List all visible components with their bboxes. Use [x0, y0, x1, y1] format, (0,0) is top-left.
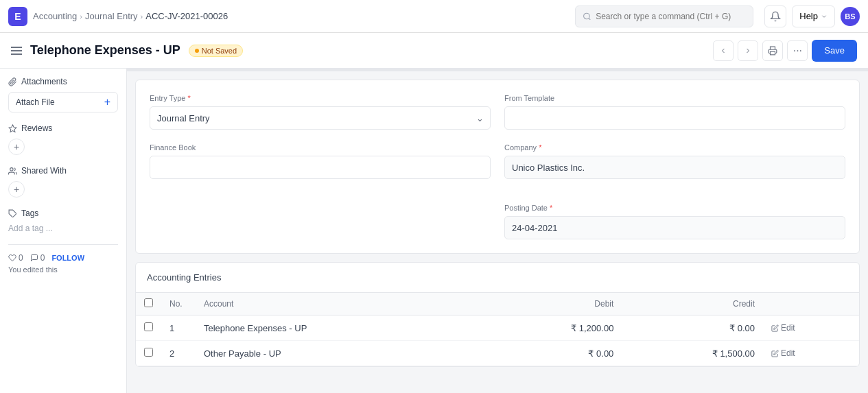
attach-file-button[interactable]: Attach File + — [8, 92, 118, 112]
help-button[interactable]: Help — [792, 5, 835, 27]
table-row: 2 Other Payable - UP ₹ 0.00 ₹ 1,500.00 E… — [136, 341, 859, 366]
sidebar-shared-header[interactable]: Shared With — [8, 166, 118, 176]
app-icon[interactable]: E — [8, 7, 27, 26]
heart-icon — [8, 254, 16, 262]
row2-checkbox[interactable] — [144, 348, 153, 357]
col-account: Account — [196, 293, 481, 315]
company-label: Company * — [504, 143, 845, 152]
sidebar-tags-section: Tags Add a tag ... — [8, 209, 118, 233]
row2-credit: ₹ 1,500.00 — [622, 341, 763, 366]
add-tag-text[interactable]: Add a tag ... — [8, 224, 118, 233]
top-nav: E Accounting › Journal Entry › ACC-JV-20… — [0, 0, 868, 33]
chevron-right-icon — [744, 47, 752, 55]
row1-checkbox[interactable] — [144, 322, 153, 331]
accounting-entries-card: Accounting Entries No. Account Debit Cre… — [135, 262, 860, 367]
row2-debit: ₹ 0.00 — [481, 341, 622, 366]
header-actions: ··· Save — [713, 40, 857, 62]
reviews-label: Reviews — [21, 123, 52, 133]
help-label: Help — [799, 11, 818, 21]
prev-button[interactable] — [713, 40, 734, 61]
svg-rect-1 — [771, 51, 775, 55]
sidebar-tags-header[interactable]: Tags — [8, 209, 118, 218]
table-row: 1 Telephone Expenses - UP ₹ 1,200.00 ₹ 0… — [136, 315, 859, 341]
finance-book-input[interactable] — [150, 156, 491, 179]
more-options-button[interactable]: ··· — [787, 40, 808, 61]
row1-debit: ₹ 1,200.00 — [481, 315, 622, 341]
form-card: Entry Type * Journal Entry ⌄ From Templa… — [135, 80, 860, 254]
chevron-down-icon — [821, 13, 828, 20]
col-no: No. — [161, 293, 196, 315]
printer-icon — [768, 46, 777, 56]
like-section[interactable]: 0 — [8, 253, 23, 263]
add-shared-button[interactable]: + — [8, 181, 25, 198]
col-actions — [763, 293, 859, 315]
row1-edit-cell: Edit — [763, 315, 859, 341]
form-grid: Entry Type * Journal Entry ⌄ From Templa… — [150, 94, 845, 193]
users-icon — [8, 167, 17, 176]
row2-edit-cell: Edit — [763, 341, 859, 366]
not-saved-dot — [195, 49, 199, 53]
nav-right: Help BS — [764, 5, 860, 27]
sidebar-attachments-header[interactable]: Attachments — [8, 77, 118, 86]
form-grid-row2: Posting Date * — [150, 204, 845, 239]
finance-book-group: Finance Book — [150, 143, 491, 179]
row1-edit-button[interactable]: Edit — [771, 323, 851, 333]
chevron-left-icon — [719, 47, 727, 55]
like-count: 0 — [19, 253, 23, 263]
from-template-input[interactable] — [504, 106, 845, 130]
search-input[interactable] — [596, 12, 746, 21]
breadcrumb-sep-2: › — [141, 12, 143, 21]
save-button[interactable]: Save — [812, 40, 857, 62]
next-button[interactable] — [738, 40, 758, 61]
attach-plus-icon: + — [104, 96, 110, 108]
sidebar-reviews-section: Reviews + — [8, 123, 118, 155]
posting-date-input[interactable] — [504, 216, 845, 239]
search-icon — [583, 12, 591, 21]
row2-checkbox-cell — [136, 341, 161, 366]
row1-checkbox-cell — [136, 315, 161, 341]
comment-count: 0 — [40, 253, 45, 263]
col-credit: Credit — [622, 293, 763, 315]
sidebar-footer: 0 0 FOLLOW You edited this — [8, 244, 118, 274]
edit-icon — [771, 324, 779, 332]
sidebar-reviews-header[interactable]: Reviews — [8, 123, 118, 133]
tag-icon — [8, 209, 17, 218]
menu-icon[interactable] — [11, 47, 22, 55]
select-all-checkbox[interactable] — [144, 298, 153, 307]
col-debit: Debit — [481, 293, 622, 315]
search-bar[interactable] — [575, 5, 753, 27]
follow-button[interactable]: FOLLOW — [51, 254, 84, 262]
paperclip-icon — [8, 78, 17, 86]
attachments-label: Attachments — [21, 77, 67, 86]
table-header-row: No. Account Debit Credit — [136, 293, 859, 315]
entry-type-select-wrapper[interactable]: Journal Entry ⌄ — [150, 106, 491, 130]
print-button[interactable] — [762, 40, 783, 61]
edit-icon — [771, 350, 779, 357]
svg-point-0 — [584, 13, 590, 19]
accounting-entries-title: Accounting Entries — [136, 263, 859, 293]
breadcrumb-journal-entry[interactable]: Journal Entry — [85, 11, 138, 21]
breadcrumb: Accounting › Journal Entry › ACC-JV-2021… — [33, 11, 228, 21]
sidebar: Attachments Attach File + Reviews + Shar… — [0, 69, 127, 393]
empty-col — [150, 204, 491, 239]
row2-edit-button[interactable]: Edit — [771, 348, 851, 358]
page-header: Telephone Expenses - UP Not Saved ··· Sa… — [0, 33, 868, 69]
entry-type-select[interactable]: Journal Entry — [150, 106, 491, 130]
main-layout: Attachments Attach File + Reviews + Shar… — [0, 69, 868, 393]
accounting-entries-table: No. Account Debit Credit 1 Telephone Exp… — [136, 293, 859, 366]
entry-type-label: Entry Type * — [150, 94, 491, 102]
notifications-button[interactable] — [764, 5, 786, 27]
posting-date-group: Posting Date * — [504, 204, 845, 239]
row2-account: Other Payable - UP — [196, 341, 481, 366]
star-icon — [8, 124, 17, 133]
add-review-button[interactable]: + — [8, 139, 25, 155]
row1-account: Telephone Expenses - UP — [196, 315, 481, 341]
avatar[interactable]: BS — [841, 7, 860, 26]
sidebar-attachments-section: Attachments Attach File + — [8, 77, 118, 112]
entry-type-group: Entry Type * Journal Entry ⌄ — [150, 94, 491, 130]
top-scroll-indicator — [127, 69, 868, 71]
sidebar-shared-section: Shared With + — [8, 166, 118, 198]
finance-book-label: Finance Book — [150, 143, 491, 152]
breadcrumb-accounting[interactable]: Accounting — [33, 11, 77, 21]
comment-section[interactable]: 0 — [30, 253, 45, 263]
